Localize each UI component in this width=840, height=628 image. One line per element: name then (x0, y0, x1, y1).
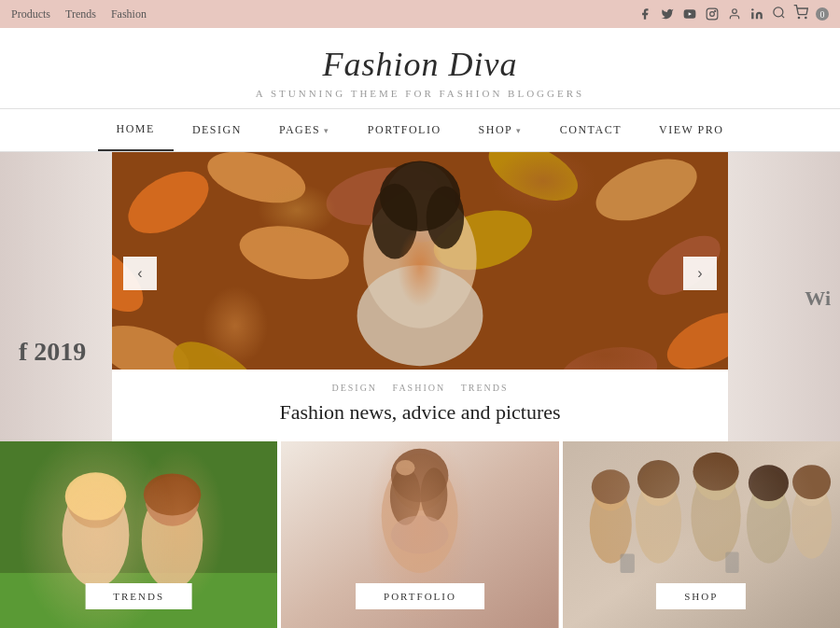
nav-design[interactable]: DESIGN (174, 110, 260, 150)
slider-next-button[interactable]: › (683, 257, 717, 290)
nav-contact[interactable]: CONTACT (541, 110, 640, 150)
slider-side-right: Wi (728, 152, 840, 441)
svg-point-5 (751, 8, 753, 10)
svg-point-36 (146, 476, 199, 525)
svg-point-32 (63, 482, 130, 588)
svg-point-8 (798, 17, 799, 18)
nav-view-pro[interactable]: VIEW PRO (640, 110, 742, 150)
svg-point-42 (391, 449, 449, 502)
slider-side-left: f 2019 (0, 152, 112, 441)
svg-point-59 (749, 465, 789, 501)
svg-point-52 (640, 464, 677, 506)
svg-point-44 (421, 468, 448, 521)
svg-point-4 (733, 9, 737, 14)
svg-point-50 (591, 469, 629, 504)
cards-section: TRENDS PO (0, 441, 840, 628)
facebook-icon[interactable] (637, 7, 652, 21)
svg-point-18 (235, 218, 353, 287)
slider-caption: DESIGN FASHION TRENDS Fashion news, advi… (112, 370, 728, 441)
svg-point-22 (380, 160, 460, 230)
svg-point-23 (372, 184, 418, 259)
main-nav: HOME DESIGN PAGES ▾ PORTFOLIO SHOP ▾ CON… (0, 108, 840, 152)
admin-link-trends[interactable]: Trends (65, 7, 96, 21)
svg-point-25 (357, 265, 483, 366)
nav-portfolio[interactable]: PORTFOLIO (349, 110, 460, 150)
site-title[interactable]: Fashion Diva (0, 45, 840, 84)
svg-rect-63 (620, 554, 634, 574)
svg-point-33 (67, 474, 125, 527)
slider-right-text: Wi (805, 286, 831, 311)
instagram-icon[interactable] (705, 7, 720, 21)
site-tagline: A Stunning Theme for Fashion Bloggers (0, 88, 840, 99)
nav-shop[interactable]: SHOP ▾ (460, 110, 541, 150)
card-portfolio-label: PORTFOLIO (356, 583, 484, 609)
svg-point-56 (693, 453, 738, 491)
svg-point-12 (202, 152, 311, 212)
svg-point-43 (390, 468, 421, 525)
nav-home[interactable]: HOME (98, 109, 174, 151)
svg-point-27 (659, 301, 728, 381)
tag-design[interactable]: DESIGN (331, 383, 377, 393)
svg-point-19 (427, 201, 539, 280)
admin-bar: Products Trends Fashion 0 (0, 0, 840, 28)
card-trends-label: TRENDS (85, 583, 192, 609)
svg-point-55 (694, 454, 736, 500)
admin-link-fashion[interactable]: Fashion (111, 7, 147, 21)
svg-point-20 (363, 189, 476, 328)
svg-point-40 (382, 458, 458, 573)
person-icon[interactable] (727, 7, 742, 21)
svg-point-54 (691, 469, 740, 561)
svg-point-58 (751, 468, 786, 509)
svg-point-24 (427, 186, 464, 248)
svg-point-37 (144, 473, 202, 515)
svg-line-7 (781, 15, 784, 18)
svg-rect-1 (707, 8, 718, 20)
svg-point-62 (792, 465, 831, 499)
slider-left-text: f 2019 (19, 337, 86, 367)
pages-dropdown-icon: ▾ (324, 126, 330, 135)
svg-point-61 (795, 468, 828, 506)
svg-point-46 (391, 515, 449, 553)
svg-point-34 (65, 472, 127, 520)
svg-point-9 (805, 17, 806, 18)
cart-count: 0 (816, 7, 829, 21)
svg-point-21 (385, 162, 455, 243)
svg-rect-64 (725, 551, 738, 573)
svg-point-3 (715, 10, 716, 11)
svg-point-11 (118, 159, 219, 246)
svg-point-6 (774, 7, 783, 16)
svg-point-13 (322, 159, 443, 232)
svg-point-51 (636, 477, 681, 563)
hero-slider: f 2019 (0, 152, 840, 441)
svg-point-14 (480, 152, 586, 213)
site-header: Fashion Diva A Stunning Theme for Fashio… (0, 28, 840, 108)
card-portfolio[interactable]: PORTFOLIO (277, 441, 558, 628)
svg-point-15 (588, 152, 706, 232)
svg-point-53 (637, 460, 679, 498)
card-trends[interactable]: TRENDS (0, 441, 277, 628)
caption-tags: DESIGN FASHION TRENDS (131, 383, 709, 393)
svg-point-2 (710, 12, 715, 17)
slider-main: ‹ › DESIGN FASHION TRENDS Fashion news, … (112, 152, 728, 441)
card-shop[interactable]: SHOP (559, 441, 840, 628)
slider-prev-button[interactable]: ‹ (123, 257, 157, 290)
cart-icon[interactable] (793, 5, 808, 23)
svg-point-60 (791, 482, 832, 559)
youtube-icon[interactable] (682, 7, 697, 21)
svg-point-48 (589, 487, 631, 564)
admin-bar-links: Products Trends Fashion (11, 7, 147, 21)
svg-point-57 (747, 483, 791, 564)
twitter-icon[interactable] (660, 7, 675, 21)
linkedin-icon[interactable] (749, 7, 764, 21)
tag-fashion[interactable]: FASHION (393, 383, 446, 393)
nav-pages[interactable]: PAGES ▾ (260, 110, 349, 150)
svg-point-49 (593, 472, 627, 510)
card-shop-label: SHOP (656, 583, 746, 609)
svg-point-35 (142, 490, 203, 590)
search-icon[interactable] (772, 6, 786, 23)
admin-bar-right: 0 (637, 5, 829, 23)
tag-trends[interactable]: TRENDS (461, 383, 509, 393)
svg-point-45 (396, 460, 415, 475)
admin-link-products[interactable]: Products (11, 7, 50, 21)
svg-point-41 (393, 454, 446, 511)
